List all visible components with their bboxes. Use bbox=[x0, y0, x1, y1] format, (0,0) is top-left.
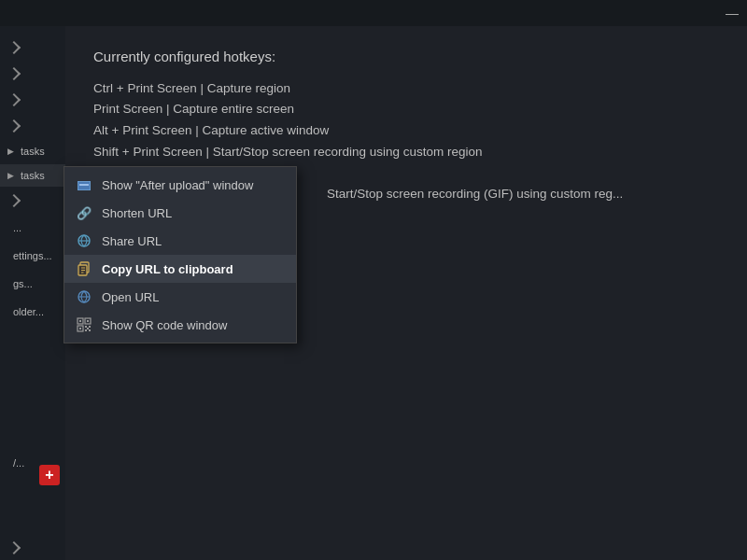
svg-rect-19 bbox=[87, 328, 89, 329]
add-button[interactable]: + bbox=[39, 465, 60, 485]
svg-rect-18 bbox=[89, 329, 91, 331]
sidebar-label: tasks bbox=[21, 146, 45, 157]
sidebar-label: ... bbox=[13, 222, 21, 233]
link-icon: 🔗 bbox=[76, 204, 92, 221]
qr-icon bbox=[76, 316, 92, 333]
arrow-right-icon: ▶ bbox=[7, 147, 14, 156]
menu-label: Copy URL to clipboard bbox=[102, 262, 233, 276]
menu-item-share-url[interactable]: Share URL bbox=[64, 227, 296, 255]
menu-label: Shorten URL bbox=[102, 206, 172, 220]
globe-icon bbox=[76, 288, 92, 305]
partial-hotkey-line: Start/Stop screen recording (GIF) using … bbox=[327, 187, 623, 201]
svg-rect-10 bbox=[79, 320, 81, 322]
titlebar: — bbox=[0, 0, 747, 26]
menu-item-show-after-upload[interactable]: Show "After upload" window bbox=[64, 171, 296, 199]
sidebar-item-bottom-arrow[interactable] bbox=[0, 536, 65, 560]
menu-label: Share URL bbox=[102, 234, 162, 248]
sidebar-label: /... bbox=[13, 457, 24, 469]
hotkey-line-4: Shift + Print Screen | Start/Stop screen… bbox=[93, 142, 719, 163]
sidebar-item-4[interactable] bbox=[0, 114, 65, 138]
svg-rect-15 bbox=[85, 326, 87, 328]
sidebar-label: ettings... bbox=[13, 250, 52, 261]
minimize-button[interactable]: — bbox=[725, 6, 740, 21]
window-icon bbox=[76, 176, 92, 193]
sidebar-label: gs... bbox=[13, 278, 33, 289]
sidebar-item-tasks-1[interactable]: ▶ tasks bbox=[0, 140, 65, 162]
sidebar-item-gs[interactable]: gs... bbox=[0, 271, 65, 297]
arrow-icon bbox=[7, 41, 21, 54]
arrow-right-icon: ▶ bbox=[7, 171, 14, 180]
share-icon bbox=[76, 232, 92, 249]
sidebar-item-dots[interactable]: ... bbox=[0, 215, 65, 241]
arrow-icon bbox=[7, 93, 21, 106]
sidebar-item-3[interactable] bbox=[0, 88, 65, 112]
hotkey-line-2: Print Screen | Capture entire screen bbox=[93, 99, 719, 120]
menu-item-shorten-url[interactable]: 🔗 Shorten URL bbox=[64, 199, 296, 227]
menu-label: Show QR code window bbox=[102, 318, 227, 332]
svg-rect-14 bbox=[79, 328, 81, 329]
sidebar-item-folder[interactable]: older... bbox=[0, 299, 65, 325]
sidebar-item-5[interactable] bbox=[0, 189, 65, 213]
svg-rect-16 bbox=[89, 326, 91, 328]
menu-item-show-qr[interactable]: Show QR code window bbox=[64, 311, 296, 339]
sidebar-item-2[interactable] bbox=[0, 62, 65, 86]
svg-rect-12 bbox=[87, 320, 89, 322]
hotkey-line-3: Alt + Print Screen | Capture active wind… bbox=[93, 120, 719, 142]
arrow-icon bbox=[7, 194, 21, 207]
copy-icon bbox=[76, 260, 92, 277]
arrow-icon bbox=[7, 541, 21, 554]
menu-label: Show "After upload" window bbox=[102, 178, 253, 192]
hotkeys-title: Currently configured hotkeys: bbox=[93, 45, 719, 69]
sidebar-item-settings[interactable]: ettings... bbox=[0, 243, 65, 269]
arrow-icon bbox=[7, 67, 21, 80]
menu-item-open-url[interactable]: Open URL bbox=[64, 283, 296, 311]
arrow-icon bbox=[7, 119, 21, 133]
svg-rect-17 bbox=[85, 329, 87, 331]
sidebar-item-tasks-2[interactable]: ▶ tasks bbox=[0, 164, 65, 187]
menu-label: Open URL bbox=[102, 290, 159, 304]
hotkey-line-1: Ctrl + Print Screen | Capture region bbox=[93, 78, 719, 100]
sidebar-label: older... bbox=[13, 306, 44, 317]
sidebar-label: tasks bbox=[21, 170, 45, 181]
main-content: Currently configured hotkeys: Ctrl + Pri… bbox=[65, 26, 747, 182]
sidebar-item-1[interactable] bbox=[0, 35, 65, 60]
menu-item-copy-url[interactable]: Copy URL to clipboard bbox=[64, 255, 296, 283]
context-menu: Show "After upload" window 🔗 Shorten URL… bbox=[63, 166, 297, 343]
